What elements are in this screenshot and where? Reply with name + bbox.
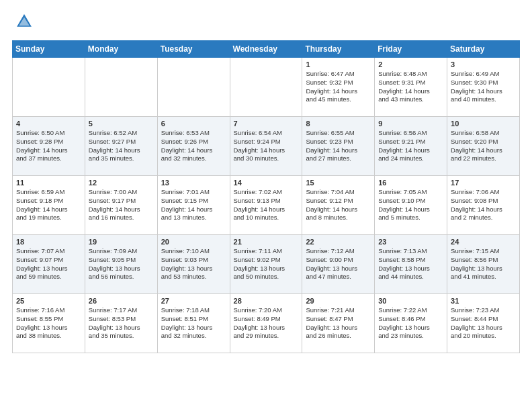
day-number: 25 [16,297,81,305]
calendar-cell: 26Sunrise: 7:17 AM Sunset: 8:53 PM Dayli… [85,294,157,353]
weekday-header-row: SundayMondayTuesdayWednesdayThursdayFrid… [13,41,520,58]
day-info: Sunrise: 7:09 AM Sunset: 9:05 PM Dayligh… [89,247,154,281]
logo [12,12,34,34]
calendar-cell: 16Sunrise: 7:05 AM Sunset: 9:10 PM Dayli… [375,176,447,235]
day-number: 10 [451,120,516,128]
calendar-cell: 29Sunrise: 7:21 AM Sunset: 8:47 PM Dayli… [302,294,375,353]
day-number: 9 [378,120,443,128]
calendar-cell: 27Sunrise: 7:18 AM Sunset: 8:51 PM Dayli… [157,294,230,353]
calendar-cell: 12Sunrise: 7:00 AM Sunset: 9:17 PM Dayli… [85,176,157,235]
day-number: 13 [161,179,226,187]
day-number: 5 [89,120,154,128]
calendar-cell [13,58,85,117]
day-number: 26 [89,297,154,305]
calendar-week-row: 25Sunrise: 7:16 AM Sunset: 8:55 PM Dayli… [13,294,520,353]
day-info: Sunrise: 6:59 AM Sunset: 9:18 PM Dayligh… [16,188,81,222]
calendar-cell: 20Sunrise: 7:10 AM Sunset: 9:03 PM Dayli… [157,235,230,294]
day-number: 16 [378,179,443,187]
day-number: 8 [306,120,371,128]
day-number: 29 [306,297,371,305]
day-info: Sunrise: 6:49 AM Sunset: 9:30 PM Dayligh… [451,70,516,104]
day-info: Sunrise: 7:15 AM Sunset: 8:56 PM Dayligh… [451,247,516,281]
day-info: Sunrise: 7:01 AM Sunset: 9:15 PM Dayligh… [161,188,226,222]
day-info: Sunrise: 7:18 AM Sunset: 8:51 PM Dayligh… [161,306,226,340]
day-number: 11 [16,179,81,187]
weekday-header: Wednesday [230,41,302,58]
calendar-cell: 21Sunrise: 7:11 AM Sunset: 9:02 PM Dayli… [230,235,302,294]
day-info: Sunrise: 7:06 AM Sunset: 9:08 PM Dayligh… [451,188,516,222]
day-info: Sunrise: 6:53 AM Sunset: 9:26 PM Dayligh… [161,129,226,163]
day-number: 19 [89,238,154,246]
day-number: 27 [161,297,226,305]
day-number: 23 [378,238,443,246]
day-info: Sunrise: 7:05 AM Sunset: 9:10 PM Dayligh… [378,188,443,222]
logo-icon [15,12,34,31]
day-info: Sunrise: 7:21 AM Sunset: 8:47 PM Dayligh… [306,306,371,340]
day-info: Sunrise: 6:52 AM Sunset: 9:27 PM Dayligh… [89,129,154,163]
day-number: 3 [451,60,516,68]
calendar-cell: 10Sunrise: 6:58 AM Sunset: 9:20 PM Dayli… [447,117,520,176]
calendar-cell: 2Sunrise: 6:48 AM Sunset: 9:31 PM Daylig… [375,58,447,117]
calendar-cell: 7Sunrise: 6:54 AM Sunset: 9:24 PM Daylig… [230,117,302,176]
page: SundayMondayTuesdayWednesdayThursdayFrid… [0,0,532,411]
day-number: 15 [306,179,371,187]
day-info: Sunrise: 6:48 AM Sunset: 9:31 PM Dayligh… [378,70,443,104]
calendar-cell: 18Sunrise: 7:07 AM Sunset: 9:07 PM Dayli… [13,235,85,294]
day-info: Sunrise: 7:13 AM Sunset: 8:58 PM Dayligh… [378,247,443,281]
day-info: Sunrise: 6:50 AM Sunset: 9:28 PM Dayligh… [16,129,81,163]
day-info: Sunrise: 7:07 AM Sunset: 9:07 PM Dayligh… [16,247,81,281]
calendar-cell: 4Sunrise: 6:50 AM Sunset: 9:28 PM Daylig… [13,117,85,176]
day-info: Sunrise: 7:02 AM Sunset: 9:13 PM Dayligh… [234,188,299,222]
weekday-header: Sunday [13,41,85,58]
calendar-cell: 6Sunrise: 6:53 AM Sunset: 9:26 PM Daylig… [157,117,230,176]
calendar-cell [157,58,230,117]
day-number: 28 [234,297,299,305]
day-number: 31 [451,297,516,305]
day-info: Sunrise: 7:20 AM Sunset: 8:49 PM Dayligh… [234,306,299,340]
day-info: Sunrise: 6:55 AM Sunset: 9:23 PM Dayligh… [306,129,371,163]
calendar-cell: 25Sunrise: 7:16 AM Sunset: 8:55 PM Dayli… [13,294,85,353]
calendar-cell: 5Sunrise: 6:52 AM Sunset: 9:27 PM Daylig… [85,117,157,176]
day-info: Sunrise: 7:12 AM Sunset: 9:00 PM Dayligh… [306,247,371,281]
calendar-cell: 30Sunrise: 7:22 AM Sunset: 8:46 PM Dayli… [375,294,447,353]
day-number: 22 [306,238,371,246]
day-number: 12 [89,179,154,187]
day-number: 18 [16,238,81,246]
day-info: Sunrise: 7:17 AM Sunset: 8:53 PM Dayligh… [89,306,154,340]
day-number: 6 [161,120,226,128]
day-info: Sunrise: 7:23 AM Sunset: 8:44 PM Dayligh… [451,306,516,340]
weekday-header: Friday [375,41,447,58]
calendar-cell: 31Sunrise: 7:23 AM Sunset: 8:44 PM Dayli… [447,294,520,353]
weekday-header: Saturday [447,41,520,58]
calendar-cell: 23Sunrise: 7:13 AM Sunset: 8:58 PM Dayli… [375,235,447,294]
calendar-cell: 13Sunrise: 7:01 AM Sunset: 9:15 PM Dayli… [157,176,230,235]
weekday-header: Tuesday [157,41,230,58]
calendar-cell: 14Sunrise: 7:02 AM Sunset: 9:13 PM Dayli… [230,176,302,235]
day-number: 30 [378,297,443,305]
day-number: 24 [451,238,516,246]
day-number: 14 [234,179,299,187]
calendar-cell [85,58,157,117]
calendar-cell: 9Sunrise: 6:56 AM Sunset: 9:21 PM Daylig… [375,117,447,176]
calendar-cell: 15Sunrise: 7:04 AM Sunset: 9:12 PM Dayli… [302,176,375,235]
weekday-header: Monday [85,41,157,58]
calendar-cell: 19Sunrise: 7:09 AM Sunset: 9:05 PM Dayli… [85,235,157,294]
day-number: 7 [234,120,299,128]
day-info: Sunrise: 7:16 AM Sunset: 8:55 PM Dayligh… [16,306,81,340]
calendar-cell: 17Sunrise: 7:06 AM Sunset: 9:08 PM Dayli… [447,176,520,235]
calendar-cell: 3Sunrise: 6:49 AM Sunset: 9:30 PM Daylig… [447,58,520,117]
day-info: Sunrise: 7:10 AM Sunset: 9:03 PM Dayligh… [161,247,226,281]
calendar-cell: 24Sunrise: 7:15 AM Sunset: 8:56 PM Dayli… [447,235,520,294]
calendar-week-row: 11Sunrise: 6:59 AM Sunset: 9:18 PM Dayli… [13,176,520,235]
day-info: Sunrise: 7:00 AM Sunset: 9:17 PM Dayligh… [89,188,154,222]
day-number: 21 [234,238,299,246]
calendar: SundayMondayTuesdayWednesdayThursdayFrid… [12,40,520,353]
day-number: 17 [451,179,516,187]
header [12,12,520,34]
calendar-week-row: 18Sunrise: 7:07 AM Sunset: 9:07 PM Dayli… [13,235,520,294]
day-number: 20 [161,238,226,246]
day-info: Sunrise: 6:58 AM Sunset: 9:20 PM Dayligh… [451,129,516,163]
calendar-cell: 1Sunrise: 6:47 AM Sunset: 9:32 PM Daylig… [302,58,375,117]
day-info: Sunrise: 6:54 AM Sunset: 9:24 PM Dayligh… [234,129,299,163]
calendar-week-row: 4Sunrise: 6:50 AM Sunset: 9:28 PM Daylig… [13,117,520,176]
